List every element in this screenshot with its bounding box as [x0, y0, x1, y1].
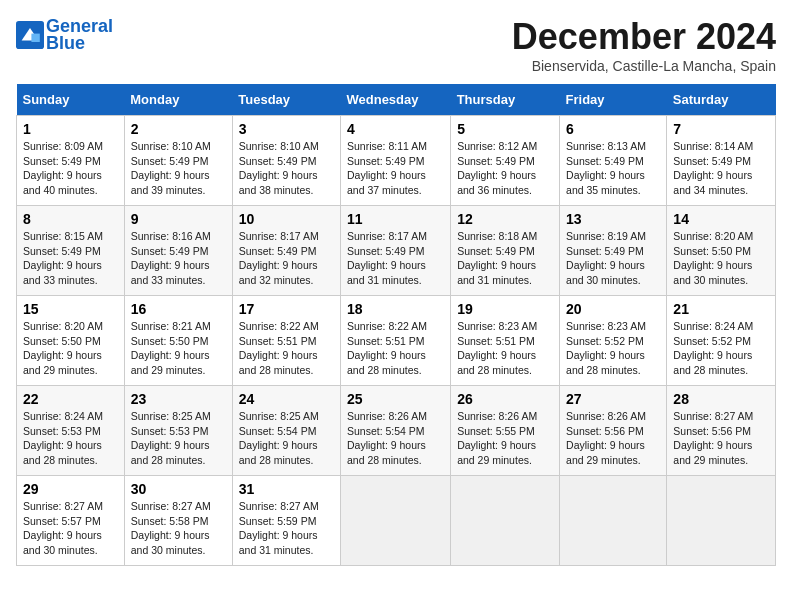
col-monday: Monday: [124, 84, 232, 116]
calendar-week-row: 1Sunrise: 8:09 AM Sunset: 5:49 PM Daylig…: [17, 116, 776, 206]
day-number: 29: [23, 481, 118, 497]
table-row: 18Sunrise: 8:22 AM Sunset: 5:51 PM Dayli…: [340, 296, 450, 386]
day-info: Sunrise: 8:11 AM Sunset: 5:49 PM Dayligh…: [347, 139, 444, 198]
table-row: 22Sunrise: 8:24 AM Sunset: 5:53 PM Dayli…: [17, 386, 125, 476]
table-row: 8Sunrise: 8:15 AM Sunset: 5:49 PM Daylig…: [17, 206, 125, 296]
day-number: 23: [131, 391, 226, 407]
day-number: 28: [673, 391, 769, 407]
day-info: Sunrise: 8:10 AM Sunset: 5:49 PM Dayligh…: [239, 139, 334, 198]
table-row: 30Sunrise: 8:27 AM Sunset: 5:58 PM Dayli…: [124, 476, 232, 566]
logo-icon: [16, 21, 44, 49]
table-row: 17Sunrise: 8:22 AM Sunset: 5:51 PM Dayli…: [232, 296, 340, 386]
day-number: 14: [673, 211, 769, 227]
day-info: Sunrise: 8:26 AM Sunset: 5:55 PM Dayligh…: [457, 409, 553, 468]
table-row: 6Sunrise: 8:13 AM Sunset: 5:49 PM Daylig…: [560, 116, 667, 206]
table-row: [667, 476, 776, 566]
day-info: Sunrise: 8:17 AM Sunset: 5:49 PM Dayligh…: [347, 229, 444, 288]
table-row: [560, 476, 667, 566]
day-info: Sunrise: 8:24 AM Sunset: 5:53 PM Dayligh…: [23, 409, 118, 468]
day-number: 12: [457, 211, 553, 227]
day-number: 22: [23, 391, 118, 407]
table-row: 7Sunrise: 8:14 AM Sunset: 5:49 PM Daylig…: [667, 116, 776, 206]
day-info: Sunrise: 8:18 AM Sunset: 5:49 PM Dayligh…: [457, 229, 553, 288]
calendar-week-row: 29Sunrise: 8:27 AM Sunset: 5:57 PM Dayli…: [17, 476, 776, 566]
day-info: Sunrise: 8:27 AM Sunset: 5:59 PM Dayligh…: [239, 499, 334, 558]
day-info: Sunrise: 8:16 AM Sunset: 5:49 PM Dayligh…: [131, 229, 226, 288]
day-info: Sunrise: 8:27 AM Sunset: 5:58 PM Dayligh…: [131, 499, 226, 558]
calendar-week-row: 8Sunrise: 8:15 AM Sunset: 5:49 PM Daylig…: [17, 206, 776, 296]
day-info: Sunrise: 8:26 AM Sunset: 5:56 PM Dayligh…: [566, 409, 660, 468]
day-number: 8: [23, 211, 118, 227]
day-info: Sunrise: 8:10 AM Sunset: 5:49 PM Dayligh…: [131, 139, 226, 198]
day-info: Sunrise: 8:26 AM Sunset: 5:54 PM Dayligh…: [347, 409, 444, 468]
table-row: 26Sunrise: 8:26 AM Sunset: 5:55 PM Dayli…: [451, 386, 560, 476]
table-row: 10Sunrise: 8:17 AM Sunset: 5:49 PM Dayli…: [232, 206, 340, 296]
table-row: 5Sunrise: 8:12 AM Sunset: 5:49 PM Daylig…: [451, 116, 560, 206]
day-number: 16: [131, 301, 226, 317]
table-row: 12Sunrise: 8:18 AM Sunset: 5:49 PM Dayli…: [451, 206, 560, 296]
day-number: 31: [239, 481, 334, 497]
table-row: 3Sunrise: 8:10 AM Sunset: 5:49 PM Daylig…: [232, 116, 340, 206]
day-number: 1: [23, 121, 118, 137]
day-number: 6: [566, 121, 660, 137]
day-number: 9: [131, 211, 226, 227]
day-number: 13: [566, 211, 660, 227]
table-row: 21Sunrise: 8:24 AM Sunset: 5:52 PM Dayli…: [667, 296, 776, 386]
day-info: Sunrise: 8:27 AM Sunset: 5:56 PM Dayligh…: [673, 409, 769, 468]
col-tuesday: Tuesday: [232, 84, 340, 116]
table-row: 24Sunrise: 8:25 AM Sunset: 5:54 PM Dayli…: [232, 386, 340, 476]
day-number: 27: [566, 391, 660, 407]
day-info: Sunrise: 8:12 AM Sunset: 5:49 PM Dayligh…: [457, 139, 553, 198]
day-info: Sunrise: 8:13 AM Sunset: 5:49 PM Dayligh…: [566, 139, 660, 198]
table-row: 25Sunrise: 8:26 AM Sunset: 5:54 PM Dayli…: [340, 386, 450, 476]
col-friday: Friday: [560, 84, 667, 116]
table-row: 2Sunrise: 8:10 AM Sunset: 5:49 PM Daylig…: [124, 116, 232, 206]
day-info: Sunrise: 8:19 AM Sunset: 5:49 PM Dayligh…: [566, 229, 660, 288]
table-row: 20Sunrise: 8:23 AM Sunset: 5:52 PM Dayli…: [560, 296, 667, 386]
day-info: Sunrise: 8:27 AM Sunset: 5:57 PM Dayligh…: [23, 499, 118, 558]
day-info: Sunrise: 8:24 AM Sunset: 5:52 PM Dayligh…: [673, 319, 769, 378]
day-info: Sunrise: 8:22 AM Sunset: 5:51 PM Dayligh…: [239, 319, 334, 378]
logo: General Blue: [16, 16, 113, 54]
day-info: Sunrise: 8:09 AM Sunset: 5:49 PM Dayligh…: [23, 139, 118, 198]
day-number: 24: [239, 391, 334, 407]
day-number: 20: [566, 301, 660, 317]
table-row: 27Sunrise: 8:26 AM Sunset: 5:56 PM Dayli…: [560, 386, 667, 476]
table-row: 31Sunrise: 8:27 AM Sunset: 5:59 PM Dayli…: [232, 476, 340, 566]
table-row: 28Sunrise: 8:27 AM Sunset: 5:56 PM Dayli…: [667, 386, 776, 476]
day-number: 30: [131, 481, 226, 497]
day-number: 3: [239, 121, 334, 137]
table-row: 19Sunrise: 8:23 AM Sunset: 5:51 PM Dayli…: [451, 296, 560, 386]
day-number: 4: [347, 121, 444, 137]
table-row: 1Sunrise: 8:09 AM Sunset: 5:49 PM Daylig…: [17, 116, 125, 206]
table-row: 9Sunrise: 8:16 AM Sunset: 5:49 PM Daylig…: [124, 206, 232, 296]
day-info: Sunrise: 8:21 AM Sunset: 5:50 PM Dayligh…: [131, 319, 226, 378]
day-info: Sunrise: 8:14 AM Sunset: 5:49 PM Dayligh…: [673, 139, 769, 198]
day-info: Sunrise: 8:22 AM Sunset: 5:51 PM Dayligh…: [347, 319, 444, 378]
day-number: 2: [131, 121, 226, 137]
col-thursday: Thursday: [451, 84, 560, 116]
table-row: 4Sunrise: 8:11 AM Sunset: 5:49 PM Daylig…: [340, 116, 450, 206]
day-number: 21: [673, 301, 769, 317]
table-row: 11Sunrise: 8:17 AM Sunset: 5:49 PM Dayli…: [340, 206, 450, 296]
table-row: [340, 476, 450, 566]
table-row: 14Sunrise: 8:20 AM Sunset: 5:50 PM Dayli…: [667, 206, 776, 296]
table-row: [451, 476, 560, 566]
col-sunday: Sunday: [17, 84, 125, 116]
table-row: 15Sunrise: 8:20 AM Sunset: 5:50 PM Dayli…: [17, 296, 125, 386]
day-info: Sunrise: 8:17 AM Sunset: 5:49 PM Dayligh…: [239, 229, 334, 288]
calendar-header-row: Sunday Monday Tuesday Wednesday Thursday…: [17, 84, 776, 116]
day-number: 19: [457, 301, 553, 317]
page-header: General Blue December 2024 Bienservida, …: [16, 16, 776, 74]
day-number: 7: [673, 121, 769, 137]
calendar-week-row: 15Sunrise: 8:20 AM Sunset: 5:50 PM Dayli…: [17, 296, 776, 386]
day-number: 5: [457, 121, 553, 137]
logo-text: General Blue: [46, 16, 113, 54]
day-info: Sunrise: 8:15 AM Sunset: 5:49 PM Dayligh…: [23, 229, 118, 288]
month-title: December 2024: [512, 16, 776, 58]
location: Bienservida, Castille-La Mancha, Spain: [512, 58, 776, 74]
table-row: 29Sunrise: 8:27 AM Sunset: 5:57 PM Dayli…: [17, 476, 125, 566]
day-info: Sunrise: 8:23 AM Sunset: 5:52 PM Dayligh…: [566, 319, 660, 378]
day-info: Sunrise: 8:23 AM Sunset: 5:51 PM Dayligh…: [457, 319, 553, 378]
day-info: Sunrise: 8:20 AM Sunset: 5:50 PM Dayligh…: [23, 319, 118, 378]
